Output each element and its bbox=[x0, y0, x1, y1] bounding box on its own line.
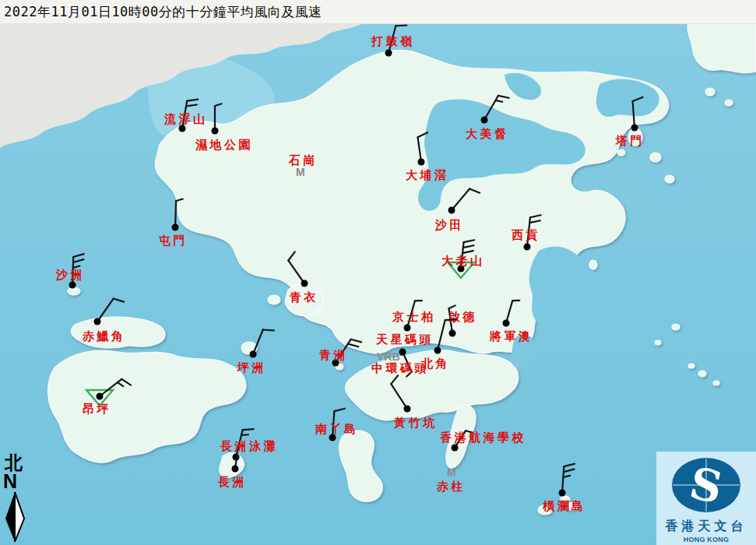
station-label: 大埔滘 bbox=[406, 168, 449, 182]
station-label: 塔門 bbox=[615, 134, 645, 148]
station-label: 大老山 bbox=[441, 254, 485, 268]
missing-data-marker: M bbox=[447, 466, 456, 479]
mirs-bay-islet-1 bbox=[705, 88, 715, 96]
logo-english-label: HONG KONG OBSERVATORY bbox=[656, 536, 756, 545]
mirs-bay-islet-2 bbox=[725, 100, 733, 106]
station-dot bbox=[97, 393, 104, 400]
hko-logo: S 香港天文台 HONG KONG OBSERVATORY bbox=[656, 452, 756, 545]
station-label: 香港航海學校 bbox=[439, 431, 526, 445]
compass-north: 北 N bbox=[2, 453, 31, 543]
station-label: 京士柏 bbox=[392, 310, 436, 324]
station-dot bbox=[404, 406, 411, 413]
sharp-island bbox=[589, 260, 597, 269]
station-label: 沙洲 bbox=[55, 268, 85, 282]
ninepin-1 bbox=[698, 371, 706, 377]
station-dot bbox=[452, 445, 459, 452]
wind-staff bbox=[175, 201, 176, 227]
hko-logo-icon: S bbox=[670, 456, 742, 514]
wind-barb-half bbox=[241, 434, 248, 435]
station-label: 流浮山 bbox=[164, 112, 208, 126]
station-dot bbox=[212, 128, 219, 135]
station-label: 北角 bbox=[420, 357, 450, 371]
station-label: 長洲泳灘 bbox=[220, 439, 278, 453]
station-label: 打鼓嶺 bbox=[371, 34, 415, 48]
station-label: 啟德 bbox=[448, 310, 477, 324]
station-dot bbox=[301, 280, 308, 287]
islet-2 bbox=[665, 175, 674, 183]
station-dot bbox=[434, 347, 441, 354]
outer-islet-1 bbox=[672, 324, 680, 330]
compass-needle-icon bbox=[2, 490, 28, 543]
ninepin-2 bbox=[713, 381, 719, 385]
station-label: 南丫島 bbox=[315, 422, 359, 436]
station-dot bbox=[524, 244, 531, 251]
station-label: 石崗 bbox=[288, 153, 318, 167]
station-label: 中環碼頭 bbox=[371, 361, 429, 375]
logo-chinese-label: 香港天文台 bbox=[656, 519, 756, 535]
station-label: 橫瀾島 bbox=[542, 499, 586, 513]
wind-barb-full bbox=[445, 319, 456, 320]
station-label: 赤柱 bbox=[436, 480, 466, 494]
station-dot bbox=[449, 330, 456, 337]
station-label: 西貢 bbox=[512, 228, 540, 242]
wind-map-page: 打鼓嶺流浮山濕地公園M石崗大埔滘大美督塔門沙田西貢大老山屯門沙洲赤鱲角青衣青洲京… bbox=[0, 0, 756, 545]
station-dot bbox=[404, 325, 411, 332]
station-label: 屯門 bbox=[158, 234, 188, 248]
wind-barb-full bbox=[243, 429, 254, 430]
station-dot bbox=[250, 351, 257, 358]
title-bar: 2022年11月01日10時00分的十分鐘平均風向及風速 bbox=[0, 0, 756, 24]
map-canvas: 打鼓嶺流浮山濕地公園M石崗大埔滘大美督塔門沙田西貢大老山屯門沙洲赤鱲角青衣青洲京… bbox=[0, 0, 756, 545]
station-dot bbox=[69, 282, 76, 289]
station-dot bbox=[448, 207, 455, 214]
station-label: 天星碼頭 bbox=[375, 332, 434, 346]
station-label: 坪洲 bbox=[237, 360, 266, 374]
station-dot bbox=[232, 466, 239, 473]
grass-island bbox=[650, 153, 661, 162]
station-label: 黃竹坑 bbox=[393, 416, 438, 430]
station-dot bbox=[418, 159, 425, 166]
station-label: 將軍澳 bbox=[489, 329, 533, 343]
station-label: 赤鱲角 bbox=[82, 329, 126, 343]
map-title: 2022年11月01日10時00分的十分鐘平均風向及風速 bbox=[0, 0, 756, 21]
station-label: 青洲 bbox=[318, 348, 348, 362]
outer-islet-2 bbox=[655, 340, 661, 345]
wind-barb-full bbox=[396, 25, 406, 26]
station-label: 昂坪 bbox=[83, 402, 111, 416]
station-dot bbox=[94, 318, 101, 325]
wind-barb-full bbox=[263, 329, 274, 330]
station-label: 濕地公園 bbox=[195, 138, 253, 152]
station-dot bbox=[172, 224, 179, 231]
islet-1 bbox=[617, 149, 625, 156]
compass-letter-label: N bbox=[2, 472, 31, 490]
station-label: 大美督 bbox=[466, 127, 509, 141]
ma-wan-island bbox=[268, 295, 280, 304]
compass-chinese-label: 北 bbox=[2, 453, 31, 472]
station-dot bbox=[385, 50, 392, 57]
station-label: 長洲 bbox=[217, 475, 247, 489]
station-label: 青衣 bbox=[289, 290, 318, 304]
station-dot bbox=[481, 117, 488, 124]
ninepin-3 bbox=[688, 364, 694, 368]
station-dot bbox=[631, 125, 638, 132]
station-dot bbox=[559, 490, 566, 497]
station-dot bbox=[399, 349, 406, 356]
station-label: 沙田 bbox=[434, 218, 464, 232]
sha-chau-island bbox=[68, 287, 80, 295]
station-dot bbox=[503, 320, 510, 327]
missing-data-marker: M bbox=[296, 166, 305, 178]
